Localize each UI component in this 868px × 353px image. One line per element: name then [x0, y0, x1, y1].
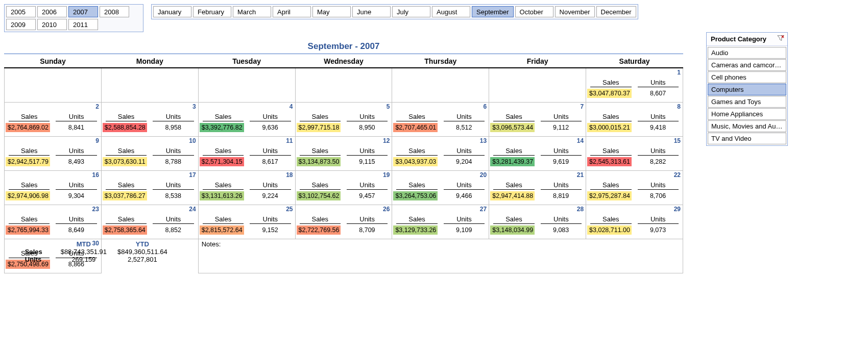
sales-value: $3,148,034.99 [490, 225, 535, 235]
ytd-units: 2,527,801 [112, 256, 173, 263]
year-option-2007[interactable]: 2007 [68, 6, 98, 17]
year-option-2011[interactable]: 2011 [68, 19, 98, 30]
units-header: Units [250, 181, 291, 190]
day-cell-empty [295, 68, 392, 103]
sales-header: Sales [396, 181, 437, 190]
sales-value: $2,545,313.61 [587, 157, 632, 166]
units-header: Units [347, 147, 388, 156]
month-slicer: JanuaryFebruaryMarchAprilMayJuneJulyAugu… [151, 4, 638, 19]
month-option-july[interactable]: July [392, 6, 430, 17]
month-option-june[interactable]: June [352, 6, 391, 17]
sales-header: Sales [590, 215, 631, 224]
units-header: Units [347, 215, 388, 224]
units-value: 9,115 [346, 157, 388, 166]
calendar-grid: SundayMondayTuesdayWednesdayThursdayFrid… [4, 55, 683, 273]
day-number: 3 [102, 103, 198, 110]
day-number: 13 [392, 137, 489, 144]
day-cell-empty [489, 68, 586, 103]
month-option-february[interactable]: February [193, 6, 231, 17]
product-category-slicer: Product Category AudioCameras and camcor… [706, 32, 788, 146]
month-option-may[interactable]: May [312, 6, 351, 17]
day-number: 27 [392, 205, 489, 212]
day-number: 10 [102, 137, 198, 144]
units-header: Units [153, 181, 194, 190]
category-option-games and toys[interactable]: Games and Toys [708, 96, 786, 108]
sales-header: Sales [203, 113, 244, 121]
month-option-august[interactable]: August [432, 6, 470, 17]
month-option-january[interactable]: January [153, 6, 191, 17]
units-value: 9,418 [637, 123, 679, 132]
category-option-cameras and camcorders[interactable]: Cameras and camcorders [708, 59, 786, 71]
weekday-monday: Monday [101, 55, 198, 68]
units-header: Units [347, 113, 388, 121]
day-cell-16: 16SalesUnits$2,974,906.989,304 [5, 171, 102, 205]
sales-header: Sales [300, 113, 341, 121]
day-number: 23 [5, 205, 101, 212]
day-number: 24 [102, 205, 198, 212]
units-header: Units [541, 181, 582, 190]
sales-header: Sales [203, 215, 244, 224]
summary-units-label: Units [25, 256, 56, 263]
units-value: 9,083 [540, 225, 582, 235]
month-option-december[interactable]: December [596, 6, 636, 17]
month-option-april[interactable]: April [273, 6, 311, 17]
sales-header: Sales [9, 147, 50, 156]
sales-value: $3,129,733.26 [393, 225, 438, 235]
day-number: 14 [489, 137, 586, 144]
month-option-october[interactable]: October [515, 6, 553, 17]
units-value: 8,607 [637, 89, 679, 98]
year-option-2009[interactable]: 2009 [6, 19, 36, 30]
sales-header: Sales [106, 181, 147, 190]
units-header: Units [347, 181, 388, 190]
day-cell-10: 10SalesUnits$3,073,630.118,788 [101, 137, 198, 171]
sales-header: Sales [203, 147, 244, 156]
day-cell-19: 19SalesUnits$3,102,754.629,457 [295, 171, 392, 205]
day-number: 16 [5, 171, 101, 178]
category-option-tv and video[interactable]: TV and Video [708, 133, 786, 144]
sales-value: $3,392,776.82 [200, 123, 244, 132]
sales-header: Sales [9, 215, 50, 224]
day-number: 18 [199, 171, 295, 178]
year-option-2006[interactable]: 2006 [37, 6, 67, 17]
category-option-home appliances[interactable]: Home Appliances [708, 108, 786, 120]
sales-value: $3,073,630.11 [103, 157, 147, 166]
day-number: 22 [586, 171, 683, 178]
day-cell-26: 26SalesUnits$2,722,769.568,709 [295, 205, 392, 239]
category-option-music, movies and aud...[interactable]: Music, Movies and Aud... [708, 120, 786, 132]
sales-value: $2,707,465.01 [393, 123, 438, 132]
sales-header: Sales [396, 215, 437, 224]
units-header: Units [541, 147, 582, 156]
day-number: 5 [296, 103, 392, 110]
day-cell-6: 6SalesUnits$2,707,465.018,512 [392, 103, 489, 137]
month-option-september[interactable]: September [472, 6, 514, 17]
day-number: 29 [586, 205, 683, 212]
day-cell-4: 4SalesUnits$3,392,776.829,636 [198, 103, 295, 137]
slicer-header-label: Product Category [711, 35, 766, 43]
notes-cell[interactable]: Notes: [198, 239, 683, 273]
day-cell-20: 20SalesUnits$3,264,753.069,466 [392, 171, 489, 205]
weekday-sunday: Sunday [5, 55, 102, 68]
units-value: 8,617 [249, 157, 292, 166]
day-cell-25: 25SalesUnits$2,815,572.649,152 [198, 205, 295, 239]
category-option-audio[interactable]: Audio [708, 47, 786, 59]
sales-value: $3,028,711.00 [587, 225, 632, 235]
category-option-cell phones[interactable]: Cell phones [708, 71, 786, 83]
year-option-2005[interactable]: 2005 [6, 6, 36, 17]
mtd-header: MTD [56, 240, 112, 248]
sales-header: Sales [590, 79, 631, 87]
sales-value: $2,571,304.15 [200, 157, 244, 166]
clear-filter-icon[interactable] [777, 35, 784, 43]
day-cell-15: 15SalesUnits$2,545,313.618,282 [586, 137, 683, 171]
day-number: 11 [199, 137, 295, 144]
day-cell-28: 28SalesUnits$3,148,034.999,083 [489, 205, 586, 239]
category-option-computers[interactable]: Computers [708, 84, 786, 95]
year-option-2008[interactable]: 2008 [100, 6, 129, 17]
sales-value: $3,047,870.37 [587, 89, 632, 98]
units-value: 9,304 [55, 191, 98, 200]
units-value: 8,841 [55, 123, 98, 132]
units-value: 9,466 [443, 191, 485, 200]
year-option-2010[interactable]: 2010 [37, 19, 67, 30]
day-cell-13: 13SalesUnits$3,043,937.039,204 [392, 137, 489, 171]
month-option-november[interactable]: November [555, 6, 595, 17]
month-option-march[interactable]: March [233, 6, 271, 17]
